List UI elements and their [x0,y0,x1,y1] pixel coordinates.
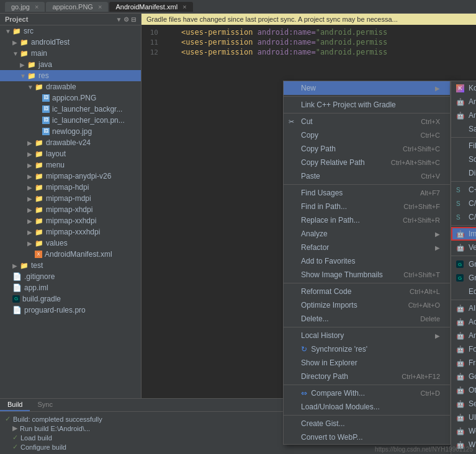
menu-item-activity[interactable]: 🤖 Activity ▶ [451,315,476,329]
tree-item-mipmap-hdpi[interactable]: ▶ 📁 mipmap-hdpi [0,182,141,193]
menu-item-synchronize[interactable]: ↻ Synchronize 'res' [284,342,450,356]
tree-item-layout[interactable]: ▶ 📁 layout [0,148,141,159]
menu-item-paste[interactable]: Paste Ctrl+V [284,169,450,183]
expand-arrow: ▶ [27,184,34,191]
menu-item-scratch-file[interactable]: Scratch File Ctrl+Alt+Shift+Insert [451,153,476,166]
menu-item-google[interactable]: 🤖 Google ▶ [451,370,476,383]
menu-item-replace-in-path[interactable]: Replace in Path... Ctrl+Shift+R [284,213,450,227]
menu-item-cut[interactable]: ✂ Cut Ctrl+X [284,115,450,128]
menu-item-gradle-kotlin-build[interactable]: G Gradle Kotlin DSL Build Script [451,257,476,271]
menu-item-load-unload[interactable]: Load/Unload Modules... [284,400,450,414]
arrow-icon: ▶ [12,424,17,432]
menu-item-optimize-imports[interactable]: Optimize Imports Ctrl+Alt+O [284,298,450,312]
menu-item-vector-asset[interactable]: 🤖 Vector Asset [451,241,476,254]
menu-item-gradle-kotlin-settings[interactable]: G Gradle Kotlin DSL Settings [451,271,476,285]
menu-item-analyze[interactable]: Analyze ▶ [284,227,450,241]
menu-item-image-asset[interactable]: 🤖 Image Asset [451,227,476,241]
menu-item-show-thumbnails[interactable]: Show Image Thumbnails Ctrl+Shift+T [284,268,450,282]
menu-item-service[interactable]: 🤖 Service ▶ [451,397,476,411]
menu-item-cpp-header[interactable]: S C/C++ Header File [451,210,476,224]
image-icon: 🖼 [42,128,50,135]
menu-item-cpp-source[interactable]: S C/C++ Source File [451,197,476,210]
menu-item-fragment[interactable]: 🤖 Fragment ▶ [451,356,476,370]
tree-item-appicon[interactable]: 🖼 appicon.PNG [0,92,141,104]
expand-arrow: ▶ [27,218,34,225]
menu-item-compare-with[interactable]: ⇔ Compare With... Ctrl+D [284,386,450,400]
tree-item-test[interactable]: ▶ 📁 test [0,260,141,271]
tree-item-mipmap-xxxhdpi[interactable]: ▶ 📁 mipmap-xxxhdpi [0,226,141,238]
check-icon: ✓ [5,415,11,423]
tree-item-mipmap-mdpi[interactable]: ▶ 📁 mipmap-mdpi [0,193,141,204]
menu-item-edit-file-templates[interactable]: Edit File Templates... [451,285,476,298]
menu-item-reformat[interactable]: Reformat Code Ctrl+Alt+L [284,285,450,298]
context-menu-overlay: New ▶ Link C++ Project with Gradle ✂ Cut… [141,14,476,454]
tree-item-src[interactable]: ▼ 📁 src [0,25,141,37]
menu-item-create-gist[interactable]: Create Gist... [284,417,450,430]
menu-separator [451,256,476,256]
folder-icon: 📁 [35,139,43,147]
tree-item-menu[interactable]: ▶ 📁 menu [0,159,141,171]
tree-item-build-gradle[interactable]: G build.gradle [0,293,141,305]
tree-item-mipmap-xxhdpi[interactable]: ▶ 📁 mipmap-xxhdpi [0,215,141,226]
tab-appicon[interactable]: appicon.PNG × [46,2,108,12]
tab-build[interactable]: Build [0,399,30,411]
menu-item-add-favorites[interactable]: Add to Favorites [284,254,450,268]
menu-item-copy-relative-path[interactable]: Copy Relative Path Ctrl+Alt+Shift+C [284,156,450,169]
tree-item-values[interactable]: ▶ 📁 values [0,238,141,249]
menu-item-find-in-path[interactable]: Find in Path... Ctrl+Shift+F [284,200,450,213]
menu-item-local-history[interactable]: Local History ▶ [284,329,450,342]
folder-icon: 📁 [35,195,43,203]
menu-item-directory[interactable]: Directory [451,166,476,180]
menu-item-kotlin-file[interactable]: K Kotlin File/Class [451,81,476,95]
menu-item-show-explorer[interactable]: Show in Explorer [284,356,450,370]
expand-arrow: ▼ [20,73,26,79]
menu-item-android-resource-dir[interactable]: 🤖 Android Resource Directory [451,109,476,122]
menu-item-sample-data-dir[interactable]: Sample Data Directory [451,122,476,136]
tree-item-gitignore[interactable]: 📄 .gitignore [0,271,141,282]
close-icon[interactable]: × [35,3,38,11]
menu-item-wear[interactable]: 🤖 Wear ▶ [451,424,476,438]
menu-item-android-auto[interactable]: 🤖 Android Auto ▶ [451,329,476,342]
menu-item-directory-path[interactable]: Directory Path Ctrl+Alt+F12 [284,370,450,383]
menu-item-other[interactable]: 🤖 Other ▶ [451,383,476,397]
tree-item-mipmap-xhdpi[interactable]: ▶ 📁 mipmap-xhdpi [0,204,141,215]
menu-item-ui-component[interactable]: 🤖 UI Component ▶ [451,411,476,424]
image-icon: 🖼 [42,94,50,102]
tree-item-drawable-v24[interactable]: ▶ 📁 drawable-v24 [0,137,141,148]
tree-item-mipmap-anydpi[interactable]: ▶ 📁 mipmap-anydpi-v26 [0,171,141,182]
tree-item-newlogo[interactable]: 🖼 newlogo.jpg [0,126,141,137]
menu-item-file[interactable]: File [451,139,476,153]
menu-item-refactor[interactable]: Refactor ▶ [284,241,450,254]
menu-item-cpp-class[interactable]: S C++ Class [451,183,476,197]
menu-item-find-usages[interactable]: Find Usages Alt+F7 [284,186,450,200]
menu-item-folder[interactable]: 🤖 Folder ▶ [451,342,476,356]
menu-item-aidl[interactable]: 🤖 AIDL ▶ [451,301,476,315]
kotlin-icon: K [456,84,464,92]
tree-item-ic-launcher-icon[interactable]: 🖼 ic_launcher_icon.pn... [0,115,141,126]
menu-item-copy-path[interactable]: Copy Path Ctrl+Shift+C [284,142,450,156]
editor-area: Gradle files have changed since last pro… [141,14,476,454]
tree-item-main[interactable]: ▼ 📁 main [0,48,141,59]
tree-item-androidmanifest[interactable]: X AndroidManifest.xml [0,249,141,260]
file-icon: 📄 [12,306,22,314]
menu-item-link-cpp[interactable]: Link C++ Project with Gradle [284,98,450,112]
tab-go-jpg[interactable]: go.jpg × [5,2,45,12]
expand-arrow: ▶ [12,39,19,46]
tab-sync[interactable]: Sync [30,399,60,411]
tree-item-androidtest[interactable]: ▶ 📁 androidTest [0,37,141,48]
tree-item-res[interactable]: ▼ 📁 res [0,70,141,81]
android-icon: 🤖 [456,386,465,394]
tree-item-drawable[interactable]: ▼ 📁 drawable [0,81,141,92]
close-icon[interactable]: × [98,3,102,11]
menu-item-android-resource-file[interactable]: 🤖 Android Resource File [451,95,476,109]
menu-item-convert-webp[interactable]: Convert to WebP... [284,430,450,444]
menu-item-delete[interactable]: Delete... Delete [284,312,450,326]
menu-item-new[interactable]: New ▶ [284,81,450,95]
tree-item-java[interactable]: ▶ 📁 java [0,59,141,70]
tree-item-ic-launcher-bg[interactable]: 🖼 ic_launcher_backgr... [0,104,141,115]
tab-androidmanifest[interactable]: AndroidManifest.xml × [109,2,192,12]
tree-item-app-iml[interactable]: 📄 app.iml [0,282,141,293]
menu-item-copy[interactable]: Copy Ctrl+C [284,128,450,142]
tree-item-proguard[interactable]: 📄 proguard-rules.pro [0,305,141,316]
close-icon[interactable]: × [182,3,186,11]
